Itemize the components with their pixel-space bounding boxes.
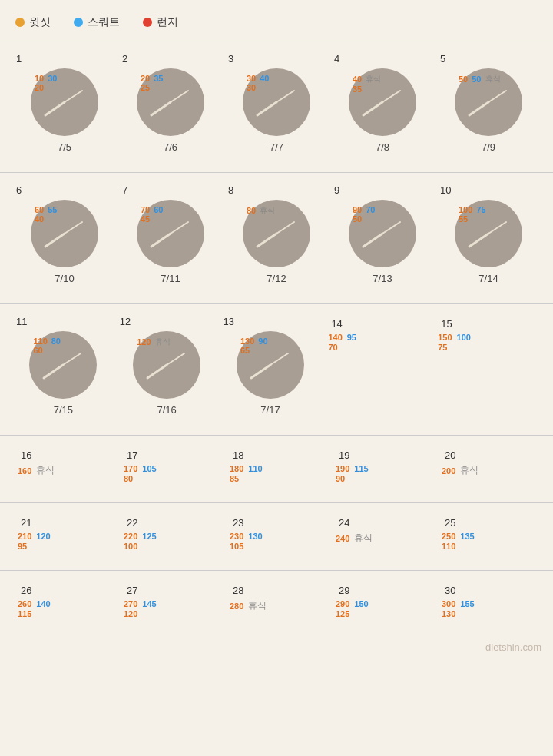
blue-val-27: 145 [142, 599, 156, 608]
row-1-0: 66055407/1077060457/11880휴식7/1299070507/… [4, 181, 549, 292]
orange-val-22: 220 [124, 532, 137, 541]
cell-13: 1313090657/17 [219, 312, 323, 423]
cell-8: 880휴식7/12 [224, 181, 329, 292]
cell-20: 20200휴식 [435, 443, 541, 486]
hue-val-16: 휴식 [36, 464, 55, 477]
section-3: 16160휴식171701058018180110851919011590202… [0, 435, 553, 502]
orange-val-30: 300 [442, 599, 455, 608]
orange-val-20: 200 [442, 466, 455, 476]
watermark: dietshin.com [0, 638, 553, 657]
cell-27: 27270145120 [118, 579, 224, 626]
cell-6: 66055407/10 [12, 181, 118, 292]
cell-10: 1010075557/14 [435, 181, 541, 292]
cell-9: 99070507/13 [329, 181, 435, 292]
cell-12: 12120휴식7/16 [115, 312, 219, 423]
date-label-1: 7/5 [58, 141, 71, 153]
orange-val-26: 260 [18, 599, 31, 608]
cell-17: 1717010580 [118, 443, 224, 491]
legend-item-스쿼트: 스쿼트 [74, 15, 120, 29]
cell-2: 22035257/6 [118, 49, 224, 161]
clock-10: 1007555 [454, 199, 523, 268]
date-label-3: 7/7 [270, 141, 283, 153]
orange2-val-27: 120 [124, 609, 137, 618]
day-num-25: 25 [445, 517, 455, 529]
blue-val-22: 125 [142, 532, 156, 541]
blue-val-18: 110 [248, 464, 262, 473]
day-num-15: 15 [441, 318, 452, 330]
day-num-30: 30 [445, 585, 455, 596]
clock-5: 5050휴식 [454, 68, 523, 137]
orange2-val-21: 95 [18, 542, 27, 551]
day-num-27: 27 [127, 585, 137, 596]
orange-val-23: 230 [230, 532, 243, 541]
cell-15: 1515010075 [432, 312, 541, 360]
date-label-7: 7/11 [161, 273, 180, 284]
clock-7: 706045 [136, 199, 205, 268]
day-num-18: 18 [233, 449, 243, 461]
day-num-22: 22 [127, 517, 137, 529]
day-num-9: 9 [334, 184, 339, 196]
date-label-4: 7/8 [376, 141, 389, 153]
clock-6: 605540 [30, 199, 99, 268]
orange2-val-23: 105 [230, 542, 243, 551]
legend-dot-스쿼트 [74, 18, 83, 27]
orange-val-25: 250 [442, 532, 455, 541]
date-label-8: 7/12 [267, 273, 286, 284]
section-1: 66055407/1077060457/11880휴식7/1299070507/… [0, 172, 553, 303]
orange-val-15: 150 [438, 333, 452, 342]
day-num-29: 29 [339, 585, 349, 596]
day-num-23: 23 [233, 517, 243, 529]
orange-val-28: 280 [230, 602, 243, 611]
day-num-4: 4 [334, 53, 339, 65]
blue-val-19: 115 [354, 464, 368, 473]
orange2-val-14: 70 [328, 343, 337, 352]
cell-26: 26260140115 [12, 579, 118, 626]
day-num-16: 16 [21, 449, 31, 461]
blue-val-29: 150 [354, 599, 368, 608]
day-num-21: 21 [21, 517, 31, 529]
cell-23: 23230130105 [224, 511, 329, 559]
date-label-12: 7/16 [157, 404, 177, 416]
orange-val-27: 270 [124, 599, 137, 608]
blue-val-30: 155 [460, 599, 474, 608]
cell-24: 24240휴식 [329, 511, 435, 553]
day-num-20: 20 [445, 449, 455, 461]
day-num-10: 10 [440, 184, 451, 196]
blue-val-15: 100 [457, 333, 471, 342]
orange2-val-29: 125 [336, 609, 349, 618]
legend-label-윗싯: 윗싯 [29, 15, 51, 29]
orange2-val-30: 130 [442, 609, 455, 618]
blue-val-21: 120 [36, 532, 50, 541]
day-num-12: 12 [120, 316, 131, 327]
clock-1: 103020 [30, 68, 99, 137]
clock-11: 1108060 [28, 330, 98, 400]
day-num-13: 13 [224, 316, 234, 327]
cell-25: 25250135110 [435, 511, 541, 559]
legend: 윗싯 스쿼트 런지 [0, 8, 553, 41]
orange-val-29: 290 [336, 599, 349, 608]
sections-container: 11030207/522035257/633040307/7440휴식357/8… [0, 41, 553, 638]
orange-val-18: 180 [230, 464, 243, 473]
day-num-3: 3 [228, 53, 233, 65]
orange-val-14: 140 [328, 333, 342, 342]
section-5: 262601401152727014512028280휴식29290150125… [0, 570, 553, 638]
cell-29: 29290150125 [329, 579, 435, 626]
orange2-val-18: 85 [230, 474, 239, 483]
orange2-val-19: 90 [336, 474, 345, 483]
hue-val-20: 휴식 [460, 464, 478, 477]
cell-18: 1818011085 [224, 443, 329, 491]
cell-19: 1919011590 [329, 443, 435, 491]
cell-30: 30300155130 [435, 579, 541, 626]
cell-28: 28280휴식 [224, 579, 329, 621]
clock-4: 40휴식35 [348, 68, 417, 137]
clock-2: 203525 [136, 68, 205, 137]
blue-val-14: 95 [347, 333, 356, 342]
row-3-0: 16160휴식171701058018180110851919011590202… [4, 443, 549, 491]
cell-11: 1111080607/15 [12, 312, 115, 423]
legend-label-런지: 런지 [157, 15, 178, 29]
legend-item-런지: 런지 [143, 15, 178, 29]
orange2-val-15: 75 [438, 343, 447, 352]
orange2-val-25: 110 [442, 542, 455, 551]
orange-val-19: 190 [336, 464, 349, 473]
date-label-2: 7/6 [164, 141, 177, 153]
